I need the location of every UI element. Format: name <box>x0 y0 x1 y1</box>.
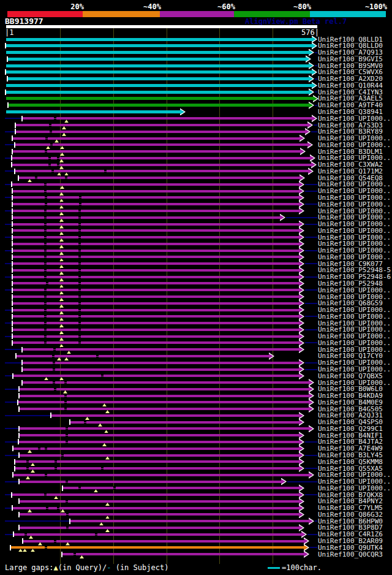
hit-bar[interactable] <box>63 487 300 489</box>
hit-bar[interactable] <box>6 64 309 67</box>
hsp-break-line <box>64 396 67 397</box>
hit-bar[interactable] <box>16 131 306 133</box>
hit-bar[interactable] <box>20 427 309 430</box>
hsp-break-line <box>78 218 81 218</box>
hsp-break-line <box>57 165 59 166</box>
hsp-break-line <box>24 535 27 535</box>
hit-bar[interactable] <box>13 249 300 252</box>
hsp-break-line <box>78 264 81 264</box>
hit-bar[interactable] <box>20 527 300 529</box>
hit-bar[interactable] <box>6 44 312 47</box>
hit-bar[interactable] <box>23 117 312 120</box>
hit-start-tick <box>12 333 13 339</box>
legend-prefix: Large gaps: <box>5 563 53 572</box>
hit-bar[interactable] <box>6 84 312 87</box>
hit-bar[interactable] <box>13 474 309 476</box>
hsp-break-line <box>79 197 81 198</box>
hsp-break-line <box>78 224 81 225</box>
hsp-break-line <box>95 535 97 535</box>
hit-start-tick <box>18 426 20 432</box>
hit-bar[interactable] <box>13 256 300 258</box>
hit-bar[interactable] <box>13 223 300 226</box>
hit-bar[interactable] <box>20 500 300 503</box>
hit-bar[interactable] <box>23 362 300 364</box>
hit-bar[interactable] <box>20 388 309 390</box>
hit-bar[interactable] <box>51 414 300 417</box>
hit-trailing-line <box>305 342 317 343</box>
hit-bar[interactable] <box>6 70 312 74</box>
hit-bar[interactable] <box>19 177 300 179</box>
hit-bar[interactable] <box>23 540 304 543</box>
hit-bar[interactable] <box>12 493 300 496</box>
hsp-break-line <box>66 501 68 502</box>
hit-bar[interactable] <box>11 546 304 549</box>
hit-bar[interactable] <box>15 170 309 172</box>
hit-trailing-line <box>311 131 317 132</box>
hit-bar[interactable] <box>13 507 300 509</box>
hit-bar[interactable] <box>13 282 300 284</box>
hit-bar[interactable] <box>6 91 309 94</box>
hit-bar[interactable] <box>13 289 300 291</box>
hit-bar[interactable] <box>13 309 300 311</box>
hsp-break-line <box>44 270 47 271</box>
hit-bar[interactable] <box>9 104 309 107</box>
hit-bar[interactable] <box>12 183 300 186</box>
hit-bar[interactable] <box>62 553 304 555</box>
hit-trailing-line <box>305 316 317 317</box>
hit-bar[interactable] <box>8 77 309 80</box>
hit-bar[interactable] <box>20 434 300 436</box>
hit-bar[interactable] <box>20 408 309 410</box>
hit-bar[interactable] <box>6 38 312 41</box>
hit-bar[interactable] <box>23 348 300 351</box>
hit-bar[interactable] <box>70 520 309 522</box>
hit-bar[interactable] <box>13 315 300 318</box>
hit-bar[interactable] <box>20 395 309 397</box>
hit-bar[interactable] <box>20 513 300 516</box>
query-gap-triangle-icon <box>62 133 66 136</box>
hit-start-tick <box>12 274 13 280</box>
hit-bar[interactable] <box>13 229 300 232</box>
hit-label[interactable]: UniRef100_Q0CQR3 <box>318 551 392 558</box>
hit-bar[interactable] <box>13 335 300 338</box>
hit-bar[interactable] <box>8 58 306 61</box>
hit-start-tick <box>50 413 51 418</box>
hit-bar[interactable] <box>13 447 300 450</box>
hit-bar[interactable] <box>16 124 308 126</box>
hit-bar[interactable] <box>13 322 300 324</box>
hit-start-tick <box>21 380 23 386</box>
hit-bar[interactable] <box>13 269 300 272</box>
hit-bar[interactable] <box>13 216 281 219</box>
hit-bar[interactable] <box>23 368 300 371</box>
hit-bar[interactable] <box>70 421 300 424</box>
hit-bar[interactable] <box>13 276 300 278</box>
hit-bar[interactable] <box>13 236 300 238</box>
hit-bar[interactable] <box>14 533 302 536</box>
hit-bar[interactable] <box>15 143 308 146</box>
hit-bar[interactable] <box>13 203 300 205</box>
hit-bar[interactable] <box>13 295 300 298</box>
hit-bar[interactable] <box>13 137 300 140</box>
hit-bar[interactable] <box>20 481 282 483</box>
hit-bar[interactable] <box>13 243 300 245</box>
hit-bar[interactable] <box>13 190 300 192</box>
hit-bar[interactable] <box>13 196 300 199</box>
hit-bar[interactable] <box>6 97 314 100</box>
hit-bar[interactable] <box>19 441 300 443</box>
hit-bar[interactable] <box>13 262 300 265</box>
hit-bar[interactable] <box>13 329 300 331</box>
hit-bar[interactable] <box>18 401 309 403</box>
hit-bar[interactable] <box>15 467 300 470</box>
hit-trailing-line <box>315 91 317 93</box>
hit-bar[interactable] <box>15 460 300 463</box>
hit-start-tick <box>5 43 6 48</box>
hit-bar[interactable] <box>13 341 300 344</box>
hit-bar[interactable] <box>13 150 301 153</box>
hit-bar[interactable] <box>13 375 300 377</box>
hit-start-tick <box>12 261 13 267</box>
hit-bar[interactable] <box>6 110 181 113</box>
hit-bar[interactable] <box>13 210 300 212</box>
hit-bar[interactable] <box>6 51 309 54</box>
hit-trailing-line <box>315 520 317 522</box>
hit-bar[interactable] <box>13 302 300 305</box>
query-gap-triangle-icon <box>44 377 48 380</box>
